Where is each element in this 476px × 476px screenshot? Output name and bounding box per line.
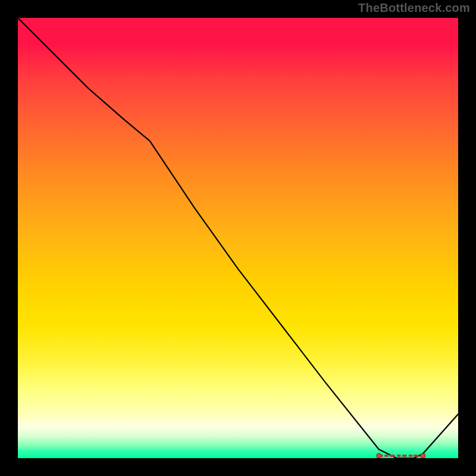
watermark-text: TheBottleneck.com	[358, 1, 470, 15]
plot-area	[18, 18, 458, 458]
chart-frame: TheBottleneck.com	[0, 0, 476, 476]
optimal-range-start-dot	[377, 453, 381, 458]
optimal-range-end-dot	[421, 453, 425, 458]
bottleneck-curve	[18, 18, 458, 458]
plot-svg	[18, 18, 458, 458]
